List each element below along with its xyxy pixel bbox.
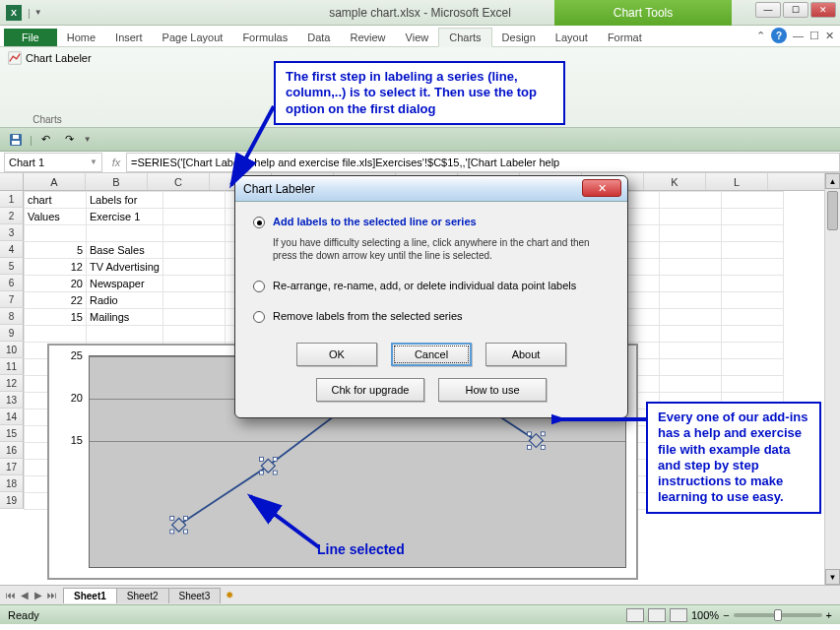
row-header[interactable]: 18 (0, 475, 24, 492)
column-header[interactable]: B (86, 173, 148, 190)
sheet-nav-prev-icon[interactable]: ◀ (18, 590, 32, 600)
row-header[interactable]: 8 (0, 308, 24, 325)
cell[interactable] (721, 292, 783, 309)
cell[interactable]: chart (25, 192, 87, 209)
qat-more-icon[interactable]: ▼ (84, 135, 92, 144)
column-header[interactable]: L (706, 173, 768, 190)
cell[interactable] (162, 242, 225, 259)
qat-dropdown-icon[interactable]: ▼ (34, 8, 42, 17)
cell[interactable] (659, 242, 721, 259)
sheet-tab-1[interactable]: Sheet1 (63, 588, 117, 603)
view-page-break-icon[interactable] (670, 608, 687, 622)
row-header[interactable]: 7 (0, 291, 24, 308)
cell[interactable]: Mailings (87, 309, 163, 326)
cell[interactable] (87, 225, 163, 242)
tab-format[interactable]: Format (598, 29, 652, 46)
scrollbar-thumb[interactable] (827, 191, 838, 230)
doc-close-icon[interactable]: ✕ (825, 30, 834, 42)
cell[interactable] (162, 276, 225, 292)
cancel-button[interactable]: Cancel (391, 343, 472, 366)
formula-input[interactable]: =SERIES('[Chart Labeler help and exercis… (126, 153, 840, 172)
fx-icon[interactable]: fx (106, 157, 126, 168)
cell[interactable] (162, 259, 225, 276)
close-button[interactable]: ✕ (810, 2, 836, 18)
row-header[interactable]: 13 (0, 392, 24, 409)
row-header[interactable]: 9 (0, 325, 24, 342)
zoom-thumb[interactable] (774, 609, 782, 621)
cell[interactable] (659, 192, 721, 209)
dialog-close-button[interactable]: ✕ (582, 179, 621, 197)
cell[interactable] (721, 309, 783, 326)
tab-data[interactable]: Data (297, 29, 340, 46)
cell[interactable] (721, 259, 783, 276)
cell[interactable]: TV Advertising (87, 259, 163, 276)
cell[interactable]: Radio (87, 292, 163, 309)
radio-remove[interactable] (253, 311, 265, 323)
sheet-tab-2[interactable]: Sheet2 (116, 588, 169, 603)
cell[interactable] (162, 326, 225, 343)
doc-minimize-icon[interactable]: — (793, 30, 804, 41)
row-header[interactable]: 6 (0, 275, 24, 291)
cell[interactable] (162, 309, 225, 326)
tab-page-layout[interactable]: Page Layout (153, 29, 233, 46)
undo-icon[interactable]: ↶ (36, 131, 56, 149)
cell[interactable]: Base Sales (87, 242, 163, 259)
cell[interactable] (721, 242, 783, 259)
row-header[interactable]: 2 (0, 208, 24, 224)
sheet-nav-last-icon[interactable]: ⏭ (45, 590, 59, 600)
redo-icon[interactable]: ↷ (60, 131, 80, 149)
ribbon-minimize-icon[interactable]: ⌃ (756, 30, 765, 42)
cell[interactable] (659, 209, 721, 225)
save-icon[interactable] (6, 131, 26, 149)
row-header[interactable]: 15 (0, 425, 24, 442)
cell[interactable] (659, 259, 721, 276)
dialog-titlebar[interactable]: Chart Labeler ✕ (235, 176, 627, 202)
cell[interactable] (162, 292, 225, 309)
tab-review[interactable]: Review (340, 29, 395, 46)
cell[interactable] (162, 192, 225, 209)
radio-add-labels[interactable] (253, 217, 265, 228)
cell[interactable] (721, 276, 783, 292)
help-icon[interactable]: ? (771, 28, 787, 43)
how-to-use-button[interactable]: How to use (438, 378, 547, 402)
row-header[interactable]: 14 (0, 409, 24, 425)
row-header[interactable]: 17 (0, 459, 24, 475)
check-upgrade-button[interactable]: Chk for upgrade (316, 378, 424, 402)
row-header[interactable]: 3 (0, 224, 24, 241)
cell[interactable] (721, 359, 783, 376)
new-sheet-icon[interactable]: ✸ (226, 590, 233, 600)
cell[interactable] (162, 209, 225, 225)
zoom-in-icon[interactable]: + (826, 609, 832, 621)
cell[interactable] (721, 192, 783, 209)
vertical-scrollbar[interactable]: ▲ ▼ (824, 173, 840, 585)
scroll-up-icon[interactable]: ▲ (825, 173, 840, 189)
cell[interactable]: 15 (25, 309, 87, 326)
cell[interactable] (721, 225, 783, 242)
cell[interactable] (659, 225, 721, 242)
row-header[interactable]: 10 (0, 342, 24, 358)
column-header[interactable]: A (24, 173, 86, 190)
tab-charts[interactable]: Charts (438, 28, 491, 47)
zoom-slider[interactable] (734, 613, 822, 617)
cell[interactable] (659, 309, 721, 326)
cell[interactable]: Labels for (87, 192, 163, 209)
tab-view[interactable]: View (396, 29, 439, 46)
column-header[interactable]: C (148, 173, 210, 190)
cell[interactable] (25, 326, 87, 343)
cell[interactable] (659, 292, 721, 309)
view-normal-icon[interactable] (626, 608, 644, 622)
tab-formulas[interactable]: Formulas (232, 29, 297, 46)
tab-design[interactable]: Design (492, 29, 546, 46)
row-header[interactable]: 16 (0, 442, 24, 459)
tab-home[interactable]: Home (57, 29, 105, 46)
chart-data-point[interactable] (527, 432, 545, 450)
cell[interactable] (721, 326, 783, 343)
about-button[interactable]: About (485, 343, 566, 366)
zoom-out-icon[interactable]: − (723, 609, 729, 621)
chart-labeler-button[interactable]: Chart Labeler (8, 51, 92, 65)
cell[interactable] (659, 326, 721, 343)
doc-restore-icon[interactable]: ☐ (809, 30, 819, 42)
row-header[interactable]: 5 (0, 258, 24, 275)
name-box-dropdown-icon[interactable]: ▼ (90, 158, 97, 166)
radio-rearrange[interactable] (253, 281, 265, 292)
